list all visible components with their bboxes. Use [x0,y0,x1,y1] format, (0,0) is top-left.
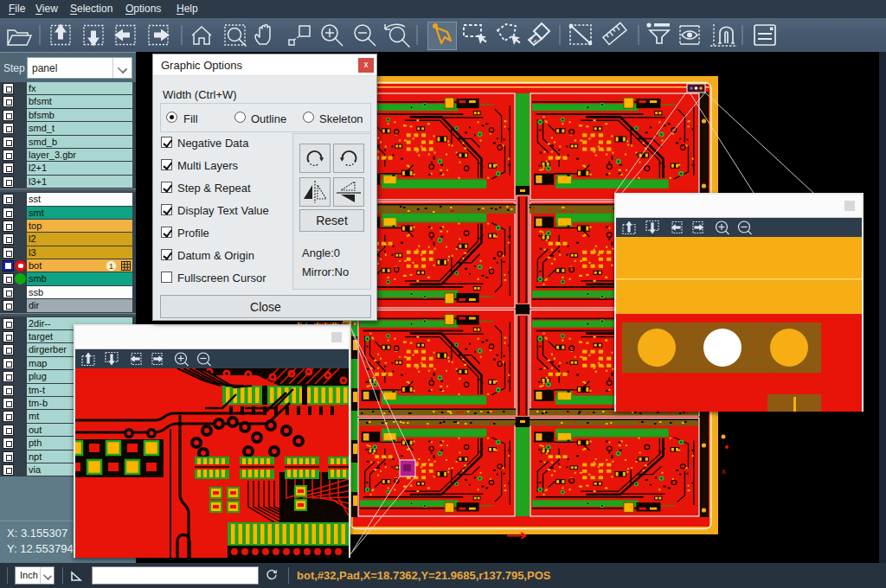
svg-text:x: x [722,467,726,476]
